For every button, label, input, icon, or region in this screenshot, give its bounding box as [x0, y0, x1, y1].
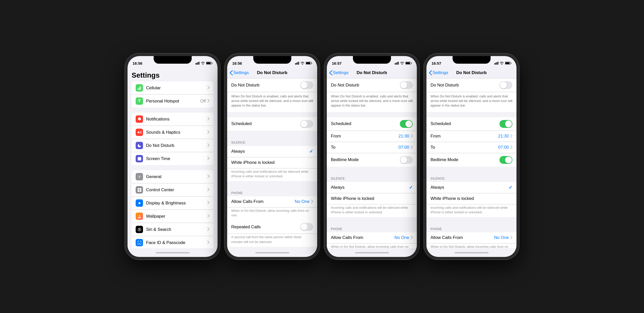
- while-locked-desc-3: Incoming calls and notifications will be…: [327, 204, 417, 217]
- svg-rect-5: [206, 62, 211, 64]
- dnd-toggle-row-4[interactable]: Do Not Disturb: [426, 78, 516, 92]
- repeated-calls-row-1[interactable]: Repeated Calls: [227, 220, 317, 234]
- dnd-toggle-row-1[interactable]: Do Not Disturb: [227, 78, 317, 92]
- repeated-calls-desc-1: A second call from the same person withi…: [227, 234, 317, 247]
- to-chevron-4: [510, 145, 512, 150]
- hotspot-label: Personal Hotspot: [146, 99, 200, 104]
- sep3-3: [327, 217, 417, 222]
- allow-calls-value-3: No One: [394, 235, 409, 240]
- to-value-3: 07:00: [398, 145, 409, 150]
- allow-calls-label-4: Allow Calls From: [431, 235, 494, 240]
- settings-item-cellular[interactable]: Cellular: [132, 81, 213, 95]
- bedtime-toggle-3[interactable]: [400, 156, 413, 164]
- settings-item-hotspot[interactable]: Personal Hotspot Off: [132, 95, 213, 108]
- settings-item-siri[interactable]: Siri & Search: [132, 223, 213, 236]
- from-label-3: From: [331, 134, 398, 139]
- scheduled-row-4[interactable]: Scheduled: [426, 117, 516, 131]
- while-locked-row-3[interactable]: While iPhone is locked: [327, 193, 417, 204]
- dnd-toggle-row-3[interactable]: Do Not Disturb: [327, 78, 417, 92]
- siri-icon: [136, 226, 143, 233]
- allow-calls-label-3: Allow Calls From: [331, 235, 394, 240]
- nav-back-2[interactable]: Settings: [230, 70, 249, 75]
- svg-point-12: [139, 176, 140, 177]
- phone-1: 16:56 Settings Cellular: [125, 54, 220, 259]
- settings-item-control[interactable]: Control Center: [132, 183, 213, 197]
- dnd-toggle-1[interactable]: [300, 81, 313, 89]
- nav-title-4: Do Not Disturb: [456, 70, 487, 75]
- scheduled-row-1[interactable]: Scheduled: [227, 117, 317, 131]
- nav-back-3[interactable]: Settings: [329, 70, 348, 75]
- always-label-4: Always: [431, 185, 509, 190]
- bedtime-row-3[interactable]: Bedtime Mode: [327, 153, 417, 167]
- always-row-3[interactable]: Always ✓: [327, 182, 417, 193]
- notifications-icon: [136, 115, 143, 123]
- dnd-content-2[interactable]: Do Not Disturb When Do Not Disturb is en…: [327, 78, 417, 248]
- while-locked-row-4[interactable]: While iPhone is locked: [426, 193, 516, 204]
- always-check-1: ✓: [309, 149, 313, 154]
- control-label: Control Center: [146, 187, 207, 193]
- signal-icon-3: [395, 62, 399, 65]
- dnd-content-3[interactable]: Do Not Disturb When Do Not Disturb is en…: [426, 78, 516, 248]
- scheduled-toggle-3[interactable]: [400, 120, 413, 128]
- settings-item-screentime[interactable]: Screen Time: [132, 152, 213, 165]
- while-locked-label-3: While iPhone is locked: [331, 196, 413, 201]
- allow-calls-value-1: No One: [295, 199, 310, 204]
- dnd-top-section-3: Do Not Disturb When Do Not Disturb is en…: [327, 78, 417, 112]
- repeated-calls-label-1: Repeated Calls: [231, 224, 300, 230]
- settings-item-faceid[interactable]: Face ID & Passcode: [132, 236, 213, 248]
- status-bar: 16:56: [128, 56, 218, 67]
- while-locked-label-1: While iPhone is locked: [231, 160, 313, 165]
- settings-scroll[interactable]: Settings Cellular Personal Hotspot Off: [128, 67, 218, 248]
- phone-2: 16:56 Settings Do Not Disturb Do Not Dis…: [225, 54, 320, 259]
- scheduled-row-3[interactable]: Scheduled: [327, 117, 417, 131]
- settings-item-wallpaper[interactable]: Wallpaper: [132, 210, 213, 223]
- dnd-content-1[interactable]: Do Not Disturb When Do Not Disturb is en…: [227, 78, 317, 248]
- nav-bar-3: Settings Do Not Disturb: [327, 67, 417, 78]
- allow-calls-row-1[interactable]: Allow Calls From No One: [227, 196, 317, 207]
- display-label: Display & Brightness: [146, 201, 207, 206]
- while-locked-row-1[interactable]: While iPhone is locked: [227, 157, 317, 168]
- dnd-toggle-4[interactable]: [499, 81, 512, 89]
- svg-rect-15: [137, 190, 139, 192]
- settings-item-sounds[interactable]: Sounds & Haptics: [132, 126, 213, 139]
- always-row-1[interactable]: Always ✓: [227, 146, 317, 157]
- allow-calls-row-3[interactable]: Allow Calls From No One: [327, 232, 417, 244]
- bedtime-row-4[interactable]: Bedtime Mode: [426, 153, 516, 167]
- settings-item-display[interactable]: Display & Brightness: [132, 197, 213, 210]
- nav-bar-4: Settings Do Not Disturb: [426, 67, 516, 78]
- scheduled-toggle-4[interactable]: [499, 120, 512, 128]
- settings-screen: 16:56 Settings Cellular: [128, 56, 218, 257]
- settings-item-dnd[interactable]: Do Not Disturb: [132, 139, 213, 152]
- to-row-3[interactable]: To 07:00: [327, 142, 417, 153]
- faceid-chevron: [207, 240, 209, 245]
- allow-calls-chevron-4: [510, 236, 512, 240]
- always-row-4[interactable]: Always ✓: [426, 182, 516, 193]
- from-row-4[interactable]: From 21:30: [426, 131, 516, 142]
- nav-back-4[interactable]: Settings: [429, 70, 448, 75]
- allow-calls-row-4[interactable]: Allow Calls From No One: [426, 232, 516, 244]
- dnd-top-section: Do Not Disturb When Do Not Disturb is en…: [227, 78, 317, 112]
- phone-4: 16:57 Settings Do Not Disturb Do Not Dis…: [424, 54, 519, 259]
- from-row-3[interactable]: From 21:30: [327, 131, 417, 142]
- bedtime-toggle-4[interactable]: [499, 156, 512, 164]
- sep1: [227, 112, 317, 117]
- dnd-screen-2: 16:57 Settings Do Not Disturb Do Not Dis…: [327, 56, 417, 257]
- dnd-desc-4: When Do Not Disturb is enabled, calls an…: [426, 92, 516, 112]
- signal-icon-2: [295, 62, 299, 65]
- nav-back-label-2: Settings: [233, 70, 249, 75]
- to-row-4[interactable]: To 07:00: [426, 142, 516, 153]
- settings-item-notifications[interactable]: Notifications: [132, 113, 213, 126]
- settings-item-general[interactable]: General: [132, 170, 213, 183]
- settings-page-title: Settings: [128, 67, 218, 81]
- general-icon: [136, 173, 143, 180]
- repeated-calls-toggle-1[interactable]: [300, 223, 313, 231]
- group-alerts: Notifications Sounds & Haptics Do Not Di…: [132, 113, 213, 165]
- svg-rect-1: [196, 63, 197, 65]
- control-chevron: [207, 188, 209, 192]
- dnd-toggle-3[interactable]: [400, 81, 413, 89]
- svg-rect-28: [306, 62, 310, 64]
- home-bar-2: [255, 252, 289, 253]
- scheduled-section-4: Scheduled From 21:30 To 07:00 Bedtime Mo…: [426, 117, 516, 167]
- scheduled-toggle-1[interactable]: [300, 120, 313, 128]
- bedtime-label-3: Bedtime Mode: [331, 157, 400, 162]
